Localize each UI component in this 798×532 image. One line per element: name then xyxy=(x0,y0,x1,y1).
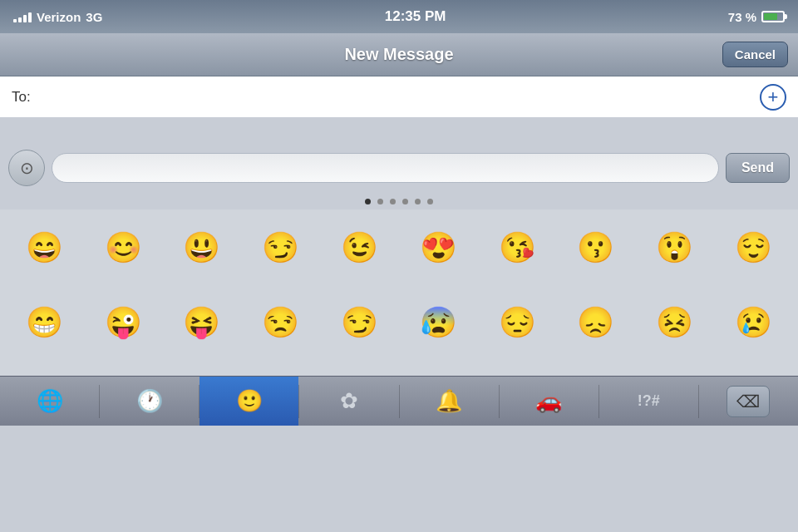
message-bar: ⊙ Send xyxy=(0,143,798,193)
emoji-cold-sweat[interactable]: 😰 xyxy=(401,296,476,349)
camera-button[interactable]: ⊙ xyxy=(8,150,45,186)
bottom-toolbar: 🌐 🕐 🙂 ✿ 🔔 🚗 !?# ⌫ xyxy=(0,376,798,426)
emoji-smirk2[interactable]: 😏 xyxy=(322,296,397,349)
status-bar: Verizon 3G 12:35 PM 73 % xyxy=(0,0,798,33)
page-dot-4 xyxy=(402,199,408,204)
toolbar-symbols-button[interactable]: !?# xyxy=(599,377,698,426)
toolbar-emoji-button[interactable]: 🙂 xyxy=(200,377,298,426)
toolbar-bell-button[interactable]: 🔔 xyxy=(400,377,499,426)
emoji-relieved[interactable]: 😌 xyxy=(716,221,791,274)
nav-title: New Message xyxy=(344,45,453,64)
toolbar-backspace-button[interactable]: ⌫ xyxy=(699,377,798,426)
page-dot-3 xyxy=(390,199,396,204)
page-dot-2 xyxy=(377,199,383,204)
symbols-icon: !?# xyxy=(638,392,660,410)
toolbar-flower-button[interactable]: ✿ xyxy=(299,377,398,426)
emoji-kissing-heart[interactable]: 😘 xyxy=(480,221,555,274)
to-row: To: + xyxy=(0,76,798,118)
subject-area xyxy=(0,118,798,143)
toolbar-car-button[interactable]: 🚗 xyxy=(500,377,598,426)
emoji-cry[interactable]: 😢 xyxy=(716,296,791,349)
emoji-disappointed[interactable]: 😞 xyxy=(559,296,634,349)
cancel-button[interactable]: Cancel xyxy=(722,42,788,67)
emoji-grid: 😄 😊 😃 😏 😉 😍 😘 😗 😲 😌 😁 😜 😝 😒 😏 😰 😔 😞 😣 😢 xyxy=(0,209,798,376)
time-label: 12:35 PM xyxy=(385,8,446,25)
emoji-persevere[interactable]: 😣 xyxy=(637,296,712,349)
emoji-smiley[interactable]: 😃 xyxy=(165,221,240,274)
page-dots xyxy=(0,193,798,209)
clock-icon: 🕐 xyxy=(136,388,163,414)
car-icon: 🚗 xyxy=(535,388,562,414)
emoji-heart-eyes[interactable]: 😍 xyxy=(401,221,476,274)
emoji-wink-tongue[interactable]: 😜 xyxy=(86,296,161,349)
signal-bar-3 xyxy=(23,15,27,22)
toolbar-clock-button[interactable]: 🕐 xyxy=(100,377,199,426)
page-dot-6 xyxy=(427,199,433,204)
add-contact-button[interactable]: + xyxy=(760,84,786,111)
emoji-wink[interactable]: 😉 xyxy=(322,221,397,274)
to-input[interactable] xyxy=(37,89,760,106)
message-input[interactable] xyxy=(52,153,719,183)
battery-icon xyxy=(761,11,785,22)
nav-bar: New Message Cancel xyxy=(0,33,798,76)
status-right: 73 % xyxy=(728,10,785,24)
page-dot-5 xyxy=(415,199,421,204)
globe-icon: 🌐 xyxy=(37,388,63,414)
signal-bar-1 xyxy=(13,19,17,22)
to-label: To: xyxy=(12,89,31,106)
camera-icon: ⊙ xyxy=(20,158,34,178)
toolbar-globe-button[interactable]: 🌐 xyxy=(0,377,99,426)
send-button[interactable]: Send xyxy=(726,153,790,183)
emoji-kissing[interactable]: 😗 xyxy=(559,221,634,274)
emoji-astonished[interactable]: 😲 xyxy=(637,221,712,274)
emoji-grin[interactable]: 😁 xyxy=(7,296,82,349)
status-left: Verizon 3G xyxy=(13,10,102,24)
battery-body xyxy=(761,11,785,22)
carrier-label: Verizon xyxy=(37,10,81,24)
emoji-pensive[interactable]: 😔 xyxy=(480,296,555,349)
battery-percent: 73 % xyxy=(728,10,756,24)
emoji-smile[interactable]: 😊 xyxy=(86,221,161,274)
emoji-face-icon: 🙂 xyxy=(236,388,263,414)
backspace-icon: ⌫ xyxy=(727,386,770,417)
signal-bar-4 xyxy=(28,12,32,22)
emoji-smirk[interactable]: 😏 xyxy=(243,221,318,274)
emoji-unamused[interactable]: 😒 xyxy=(243,296,318,349)
flower-icon: ✿ xyxy=(340,388,358,414)
emoji-grinning[interactable]: 😄 xyxy=(7,221,82,274)
network-label: 3G xyxy=(86,10,102,24)
signal-bars-icon xyxy=(13,11,32,22)
battery-fill xyxy=(764,13,777,20)
emoji-stuck-out-tongue[interactable]: 😝 xyxy=(165,296,240,349)
page-dot-1 xyxy=(365,199,371,204)
bell-icon: 🔔 xyxy=(436,388,462,414)
signal-bar-2 xyxy=(18,17,22,22)
